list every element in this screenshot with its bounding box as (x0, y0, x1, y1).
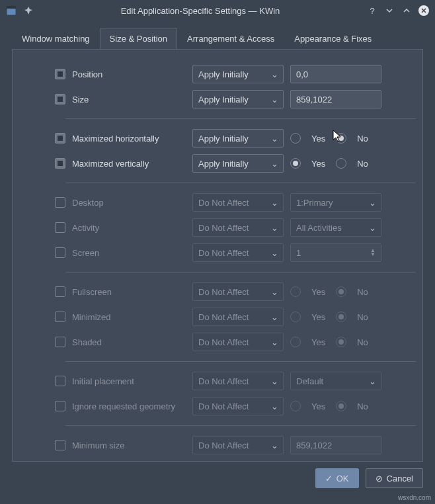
maxsize-mode-select: Do Not Affect⌄ (192, 461, 284, 462)
minimized-label: Minimized (72, 312, 186, 322)
initplace-mode-select: Do Not Affect⌄ (192, 372, 284, 390)
maxv-no-radio[interactable] (336, 158, 346, 169)
ignore-no-radio (336, 401, 346, 411)
cancel-icon: ⊘ (376, 474, 383, 483)
check-icon: ✓ (325, 474, 333, 483)
initplace-value-select: Default⌄ (290, 372, 381, 390)
minimized-no-radio (336, 312, 346, 322)
chevron-down-icon: ⌄ (369, 376, 376, 386)
activity-value-select: All Activities⌄ (290, 218, 381, 237)
fullscreen-no-radio (336, 286, 346, 297)
tab-arrangement-access[interactable]: Arrangement & Access (177, 28, 284, 49)
activity-mode-select: Do Not Affect⌄ (192, 218, 284, 237)
maxh-label: Maximized horizontally (72, 134, 186, 144)
position-label: Position (72, 69, 186, 79)
chevron-down-icon: ⌄ (271, 376, 278, 386)
chevron-down-icon: ⌄ (271, 223, 278, 233)
chevron-down-icon: ⌄ (271, 159, 278, 169)
chevron-down-icon: ⌄ (271, 198, 278, 208)
chevron-down-icon: ⌄ (271, 287, 278, 297)
chevron-down-icon: ⌄ (271, 69, 278, 79)
maxv-mode-select[interactable]: Apply Initially⌄ (192, 154, 284, 173)
shaded-yes-radio (290, 337, 301, 347)
fullscreen-yes-radio (290, 286, 301, 297)
desktop-value-select: 1:Primary⌄ (290, 193, 381, 212)
shaded-checkbox[interactable] (55, 337, 65, 347)
cancel-button[interactable]: ⊘Cancel (366, 468, 423, 488)
maxsize-input: 859,1022 (290, 461, 381, 462)
chevron-down-icon: ⌄ (369, 198, 376, 208)
maxv-checkbox[interactable] (55, 158, 65, 169)
tab-appearance-fixes[interactable]: Appearance & Fixes (284, 28, 381, 49)
ignore-label: Ignore requested geometry (72, 401, 186, 411)
fullscreen-checkbox[interactable] (55, 286, 65, 297)
minsize-label: Minimum size (72, 441, 186, 450)
maxh-no-radio[interactable] (336, 133, 346, 144)
ignore-checkbox[interactable] (55, 401, 65, 411)
maxh-yes-label: Yes (311, 134, 325, 144)
chevron-down-icon: ⌄ (271, 312, 278, 322)
chevron-down-icon: ⌄ (271, 441, 278, 450)
size-checkbox[interactable] (55, 94, 65, 105)
screen-value-spinbox: 1▲▼ (290, 243, 381, 262)
ok-button[interactable]: ✓OK (315, 468, 359, 488)
initplace-checkbox[interactable] (55, 376, 65, 386)
ignore-mode-select: Do Not Affect⌄ (192, 397, 284, 415)
tab-size-position[interactable]: Size & Position (100, 28, 177, 49)
watermark: wsxdn.com (398, 494, 431, 501)
activity-checkbox[interactable] (55, 222, 65, 233)
screen-label: Screen (72, 248, 186, 258)
svg-rect-1 (7, 6, 16, 9)
activity-label: Activity (72, 223, 186, 233)
maxv-no-label: No (357, 159, 368, 169)
pin-icon[interactable] (22, 5, 34, 17)
maximize-button[interactable] (401, 5, 413, 17)
ignore-yes-radio (290, 401, 301, 411)
screen-mode-select: Do Not Affect⌄ (192, 243, 284, 262)
initplace-label: Initial placement (72, 376, 186, 386)
maxh-yes-radio[interactable] (290, 133, 301, 144)
desktop-checkbox[interactable] (55, 197, 65, 208)
desktop-mode-select: Do Not Affect⌄ (192, 193, 284, 212)
maxh-no-label: No (357, 134, 368, 144)
maxv-yes-label: Yes (311, 159, 325, 169)
size-input[interactable]: 859,1022 (290, 90, 381, 108)
maxv-label: Maximized vertically (72, 159, 186, 169)
shaded-label: Shaded (72, 337, 186, 347)
fullscreen-label: Fullscreen (72, 287, 186, 297)
maxv-yes-radio[interactable] (290, 158, 301, 169)
window-title: Edit Application-Specific Settings — KWi… (40, 6, 361, 16)
tab-window-matching[interactable]: Window matching (12, 28, 100, 49)
help-button[interactable]: ? (366, 5, 378, 17)
minsize-mode-select: Do Not Affect⌄ (192, 436, 284, 454)
chevron-down-icon: ⌄ (369, 223, 376, 233)
desktop-label: Desktop (72, 198, 186, 208)
minimize-button[interactable] (383, 5, 395, 17)
chevron-down-icon: ⌄ (271, 134, 278, 144)
position-input[interactable]: 0,0 (290, 65, 381, 83)
size-mode-select[interactable]: Apply Initially⌄ (192, 90, 284, 108)
minimized-yes-radio (290, 312, 301, 322)
fullscreen-mode-select: Do Not Affect⌄ (192, 282, 284, 301)
minsize-checkbox[interactable] (55, 440, 65, 450)
settings-panel: Position Apply Initially⌄ 0,0 Size Apply… (12, 49, 423, 462)
maxh-mode-select[interactable]: Apply Initially⌄ (192, 129, 284, 147)
shaded-no-radio (336, 337, 346, 347)
close-button[interactable] (418, 5, 430, 17)
chevron-down-icon: ⌄ (271, 248, 278, 258)
screen-checkbox[interactable] (55, 247, 65, 258)
minimized-mode-select: Do Not Affect⌄ (192, 308, 284, 326)
position-checkbox[interactable] (55, 69, 65, 79)
chevron-down-icon: ⌄ (271, 337, 278, 347)
window-icon (5, 5, 17, 17)
shaded-mode-select: Do Not Affect⌄ (192, 333, 284, 351)
minimized-checkbox[interactable] (55, 312, 65, 322)
chevron-down-icon: ⌄ (271, 95, 278, 105)
position-mode-select[interactable]: Apply Initially⌄ (192, 65, 284, 83)
size-label: Size (72, 95, 186, 105)
chevron-down-icon: ⌄ (271, 401, 278, 411)
maxh-checkbox[interactable] (55, 133, 65, 144)
minsize-input: 859,1022 (290, 436, 381, 454)
